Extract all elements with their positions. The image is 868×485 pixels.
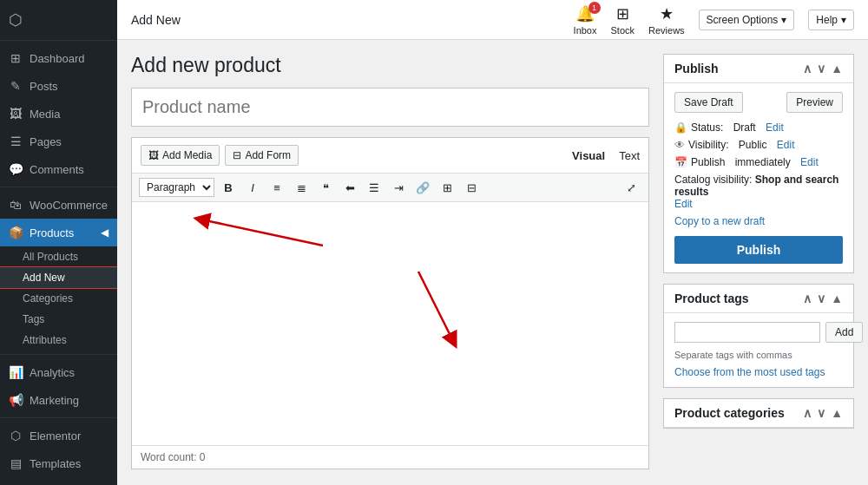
sidebar-item-wpforms[interactable]: ⊞ WPForms — [0, 477, 117, 485]
align-right-button[interactable]: ⇥ — [388, 177, 409, 198]
publish-actions: Save Draft Preview — [674, 92, 843, 113]
status-label: Status: — [691, 121, 723, 134]
sidebar-item-marketing[interactable]: 📢 Marketing — [0, 386, 117, 414]
stock-label: Stock — [611, 25, 635, 36]
publish-time-row: 📅 Publish immediately Edit — [674, 156, 843, 168]
side-panel: Publish ∧ ∨ ▲ Save Draft Preview 🔒 Statu… — [663, 54, 854, 471]
topbar: Add New 1 🔔 Inbox ⊞ Stock ★ Reviews Scre… — [117, 0, 868, 40]
tags-header-controls: ∧ ∨ ▲ — [803, 292, 843, 305]
collapse-down-icon[interactable]: ∨ — [817, 62, 825, 75]
sidebar-item-analytics[interactable]: 📊 Analytics — [0, 358, 117, 386]
align-center-button[interactable]: ☰ — [364, 177, 385, 198]
status-edit-link[interactable]: Edit — [766, 121, 784, 134]
publish-button[interactable]: Publish — [674, 236, 843, 264]
visibility-icon: 👁 — [674, 139, 685, 151]
stock-button[interactable]: ⊞ Stock — [611, 4, 635, 36]
add-media-label: Add Media — [162, 149, 212, 161]
page-title: Add new product — [131, 54, 649, 77]
status-value: Draft — [733, 121, 756, 134]
sidebar-item-dashboard[interactable]: ⊞ Dashboard — [0, 44, 117, 72]
visibility-edit-link[interactable]: Edit — [777, 139, 795, 151]
editor-toolbar-right: Visual Text — [572, 149, 640, 162]
analytics-icon: 📊 — [9, 365, 23, 379]
inbox-button[interactable]: 1 🔔 Inbox — [574, 4, 597, 36]
sidebar-item-media[interactable]: 🖼 Media — [0, 100, 117, 128]
close-icon[interactable]: ▲ — [831, 406, 843, 420]
add-tag-button[interactable]: Add — [825, 322, 863, 343]
collapse-down-icon[interactable]: ∨ — [817, 292, 825, 305]
publish-edit-link[interactable]: Edit — [800, 156, 819, 168]
publish-metabox-body: Save Draft Preview 🔒 Status: Draft Edit … — [664, 83, 853, 272]
sidebar-sub-add-new[interactable]: Add New — [0, 267, 117, 288]
sidebar-item-comments[interactable]: 💬 Comments — [0, 155, 117, 183]
main-content: Add new product 🖼 Add Media ⊟ Add Form V… — [117, 40, 868, 485]
sidebar-item-elementor[interactable]: ⬡ Elementor — [0, 422, 117, 449]
add-media-button[interactable]: 🖼 Add Media — [141, 145, 220, 166]
text-tab[interactable]: Text — [619, 149, 640, 162]
align-left-button[interactable]: ⬅ — [339, 177, 360, 198]
close-icon[interactable]: ▲ — [831, 292, 843, 305]
publish-value: immediately — [735, 156, 791, 168]
collapse-up-icon[interactable]: ∧ — [803, 62, 812, 75]
comments-icon: 💬 — [9, 162, 23, 176]
sidebar-item-label: Media — [30, 108, 60, 121]
add-form-label: Add Form — [245, 149, 291, 161]
posts-icon: ✎ — [9, 79, 23, 93]
choose-tags-link[interactable]: Choose from the most used tags — [674, 366, 825, 378]
close-icon[interactable]: ▲ — [831, 62, 843, 75]
paragraph-select[interactable]: Paragraph — [139, 178, 214, 197]
ordered-list-button[interactable]: ≣ — [291, 177, 312, 198]
visual-tab[interactable]: Visual — [572, 149, 605, 162]
add-form-icon: ⊟ — [233, 149, 241, 161]
save-draft-button[interactable]: Save Draft — [674, 92, 743, 113]
woocommerce-icon: 🛍 — [9, 198, 23, 212]
sidebar-sub-tags[interactable]: Tags — [0, 309, 117, 330]
arrow-overlay — [132, 202, 648, 445]
sidebar-item-label: Elementor — [30, 429, 81, 442]
add-form-button[interactable]: ⊟ Add Form — [225, 145, 299, 166]
copy-draft-link[interactable]: Copy to a new draft — [674, 215, 843, 227]
product-categories-header: Product categories ∧ ∨ ▲ — [664, 399, 853, 428]
sidebar-item-woocommerce[interactable]: 🛍 WooCommerce — [0, 191, 117, 219]
publish-metabox-title: Publish — [674, 62, 719, 75]
reviews-button[interactable]: ★ Reviews — [648, 4, 685, 36]
svg-line-1 — [418, 272, 453, 341]
sidebar-item-pages[interactable]: ☰ Pages — [0, 128, 117, 155]
sidebar-sub-attributes[interactable]: Attributes — [0, 330, 117, 351]
tag-input[interactable] — [674, 322, 820, 343]
sidebar-item-posts[interactable]: ✎ Posts — [0, 72, 117, 100]
sidebar-sub-all-products[interactable]: All Products — [0, 246, 117, 267]
collapse-down-icon[interactable]: ∨ — [817, 406, 825, 420]
publish-label: Publish — [691, 156, 725, 168]
fullscreen-button[interactable]: ⤢ — [621, 177, 641, 198]
preview-button[interactable]: Preview — [786, 92, 843, 113]
publish-metabox: Publish ∧ ∨ ▲ Save Draft Preview 🔒 Statu… — [663, 54, 854, 273]
catalog-edit-link[interactable]: Edit — [674, 198, 693, 210]
table-button[interactable]: ⊞ — [437, 177, 457, 198]
italic-button[interactable]: I — [242, 177, 263, 198]
topbar-right: 1 🔔 Inbox ⊞ Stock ★ Reviews Screen Optio… — [574, 4, 854, 36]
status-row: 🔒 Status: Draft Edit — [674, 121, 843, 134]
editor-body[interactable] — [132, 202, 648, 445]
sidebar-item-templates[interactable]: ▤ Templates — [0, 449, 117, 477]
wordpress-icon: ⬡ — [9, 10, 23, 29]
more-button[interactable]: ⊟ — [461, 177, 482, 198]
link-button[interactable]: 🔗 — [412, 177, 433, 198]
sidebar-sub-categories[interactable]: Categories — [0, 288, 117, 309]
bold-button[interactable]: B — [218, 177, 239, 198]
blockquote-button[interactable]: ❝ — [315, 177, 336, 198]
inbox-label: Inbox — [574, 25, 597, 36]
editor-toolbar-top: 🖼 Add Media ⊟ Add Form Visual Text — [132, 138, 648, 174]
sidebar-item-products[interactable]: 📦 Products ◀ — [0, 219, 117, 246]
dashboard-icon: ⊞ — [9, 51, 23, 65]
collapse-up-icon[interactable]: ∧ — [803, 406, 812, 420]
collapse-up-icon[interactable]: ∧ — [803, 292, 812, 305]
add-media-icon: 🖼 — [148, 149, 159, 161]
screen-options-button[interactable]: Screen Options ▾ — [699, 10, 795, 30]
content-area: Add new product 🖼 Add Media ⊟ Add Form V… — [131, 54, 649, 471]
unordered-list-button[interactable]: ≡ — [266, 177, 287, 198]
elementor-icon: ⬡ — [9, 429, 23, 442]
help-button[interactable]: Help ▾ — [808, 10, 854, 30]
product-tags-body: Add Separate tags with commas Choose fro… — [664, 313, 853, 387]
product-name-input[interactable] — [131, 88, 649, 127]
